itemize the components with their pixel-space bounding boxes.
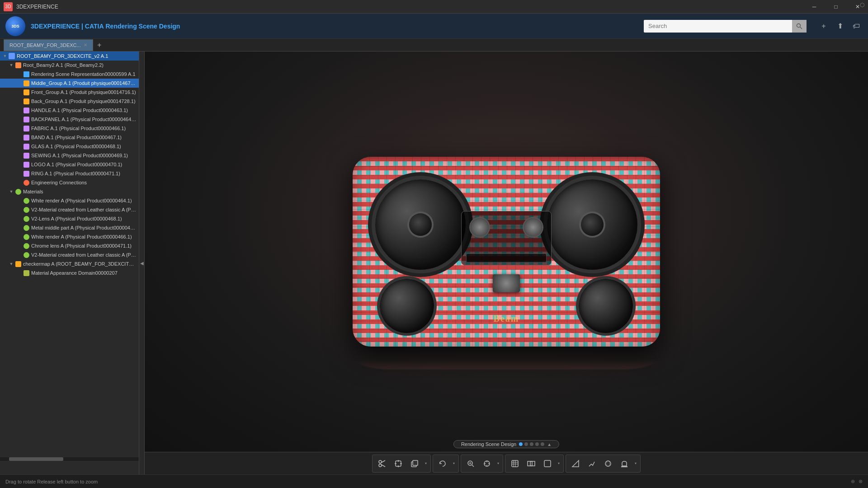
expander-icon[interactable] — [16, 234, 23, 240]
tree-item[interactable]: SEWING A.1 (Physical Product00000469.1) — [0, 151, 139, 160]
expander-icon[interactable] — [16, 71, 23, 77]
tab-expand-icon[interactable]: ⬡ — [860, 2, 864, 8]
tree-item[interactable]: RING A.1 (Physical Product00000471.1) — [0, 169, 139, 178]
rsd-dot-1[interactable] — [519, 442, 523, 446]
expander-icon[interactable] — [16, 206, 23, 213]
search-button[interactable] — [792, 20, 807, 33]
app-logo: 3DS — [5, 16, 25, 36]
rsd-chevron-icon[interactable]: ▲ — [547, 442, 552, 447]
tree-item[interactable]: ▼ Root_Beamy2 A.1 (Root_Beamy2.2) — [0, 61, 139, 70]
group1-arrow-icon[interactable]: ▾ — [423, 456, 429, 471]
rsd-dot-2[interactable] — [524, 442, 528, 446]
tree-item[interactable]: Back_Group A.1 (Produit physique00014728… — [0, 97, 139, 106]
tree-item[interactable]: V2-Material created from Leather classic… — [0, 250, 139, 259]
item-label: FABRIC A.1 (Physical Product00000466.1) — [31, 126, 126, 131]
expander-icon[interactable] — [16, 225, 23, 231]
expander-icon[interactable] — [16, 270, 23, 276]
expander-icon[interactable] — [16, 80, 23, 86]
add-icon[interactable]: + — [817, 20, 830, 33]
tree-item[interactable]: White render A (Physical Product00000466… — [0, 232, 139, 241]
tree-item[interactable]: White render A (Physical Product00000464… — [0, 196, 139, 205]
tree-checkermap[interactable]: ▼ checkermap A (ROOT_BEAMY_FOR_3DEXCITE_… — [0, 259, 139, 268]
root-item-label: ROOT_BEAMY_FOR_3DEXCITE_v2 A.1 — [17, 53, 108, 59]
tree-item[interactable]: BACKPANEL A.1 (Physical Product00000464.… — [0, 115, 139, 124]
tree-item[interactable]: LOGO A.1 (Physical Product00000470.1) — [0, 160, 139, 169]
undo-button[interactable] — [435, 456, 450, 471]
toolbar-group-view: ▾ — [461, 455, 503, 473]
rsd-dot-4[interactable] — [535, 442, 539, 446]
item-label: Metal middle part A (Physical Product000… — [31, 225, 137, 230]
expander-icon[interactable] — [16, 216, 23, 222]
measure-button[interactable] — [568, 456, 583, 471]
tree-item[interactable]: Front_Group A.1 (Produit physique0001471… — [0, 88, 139, 97]
tree-root-item[interactable]: ▼ ROOT_BEAMY_FOR_3DEXCITE_v2 A.1 — [0, 52, 139, 61]
tree-item[interactable]: Rendering Scene Representation00000599 A… — [0, 70, 139, 79]
tab-add-button[interactable]: + — [94, 40, 105, 51]
expander-icon[interactable] — [16, 243, 23, 249]
expander-icon[interactable]: ▼ — [8, 62, 14, 68]
expander-icon[interactable] — [16, 134, 23, 141]
scrollbar-thumb[interactable] — [9, 457, 63, 461]
tree-item[interactable]: V2-Material created from Leather classic… — [0, 205, 139, 214]
pan-tool-button[interactable] — [479, 456, 495, 471]
bookmark-icon[interactable]: 🏷 — [850, 20, 863, 33]
rsd-dot-5[interactable] — [541, 442, 544, 446]
expander-icon[interactable] — [16, 161, 23, 168]
tree-item[interactable]: Material Appearance Domain00000207 — [0, 268, 139, 277]
tree-item[interactable]: Metal middle part A (Physical Product000… — [0, 223, 139, 232]
expander-icon[interactable] — [16, 252, 23, 258]
svg-rect-27 — [528, 461, 532, 466]
minimize-button[interactable]: ─ — [804, 0, 825, 14]
move-tool-button[interactable] — [391, 456, 406, 471]
expander-icon[interactable] — [16, 179, 23, 186]
active-tab[interactable]: ROOT_BEAMY_FOR_3DEXC... ✕ — [4, 39, 93, 51]
render-button[interactable] — [507, 456, 523, 471]
sidebar-horizontal-scrollbar[interactable] — [0, 457, 139, 461]
expander-icon[interactable] — [16, 170, 23, 177]
expander-icon[interactable] — [16, 116, 23, 122]
3d-viewport[interactable]: Beam Rendering Scene Design ▲ — [145, 52, 868, 474]
maximize-button[interactable]: □ — [826, 0, 846, 14]
solid-button[interactable] — [540, 456, 555, 471]
tree-item[interactable]: GLAS A.1 (Physical Product00000468.1) — [0, 142, 139, 151]
expander-icon[interactable]: ▼ — [2, 53, 8, 59]
tree-item[interactable]: FABRIC A.1 (Physical Product00000466.1) — [0, 124, 139, 133]
tree-materials[interactable]: ▼ Materials — [0, 187, 139, 196]
scissors-tool-button[interactable] — [374, 456, 390, 471]
copy-tool-button[interactable] — [407, 456, 422, 471]
tree-item[interactable]: Chrome lens A (Physical Product00000471.… — [0, 241, 139, 250]
sidebar-collapse-handle[interactable]: ◀ — [139, 52, 145, 474]
tab-close-icon[interactable]: ✕ — [84, 42, 87, 47]
expander-icon[interactable]: ▼ — [8, 188, 14, 195]
toolbar-group-undo: ▾ — [433, 455, 459, 473]
expander-icon[interactable]: ▼ — [8, 261, 14, 267]
group4-arrow-icon[interactable]: ▾ — [556, 456, 561, 471]
group2-arrow-icon[interactable]: ▾ — [451, 456, 457, 471]
tree-item[interactable]: V2-Lens A (Physical Product00000468.1) — [0, 214, 139, 223]
zoom-tool-button[interactable] — [463, 456, 478, 471]
expander-icon[interactable] — [16, 89, 23, 95]
group3-arrow-icon[interactable]: ▾ — [495, 456, 501, 471]
close-button[interactable]: ✕ — [847, 0, 868, 14]
group5-arrow-icon[interactable]: ▾ — [633, 456, 638, 471]
svg-rect-29 — [544, 460, 551, 467]
tree-item[interactable]: BAND A.1 (Physical Product00000467.1) — [0, 133, 139, 142]
rsd-dot-3[interactable] — [530, 442, 533, 446]
expander-icon[interactable] — [16, 107, 23, 113]
svg-point-0 — [797, 23, 801, 27]
tree-item[interactable]: HANDLE A.1 (Physical Product00000463.1) — [0, 106, 139, 115]
expander-icon[interactable] — [16, 152, 23, 159]
sphere-button[interactable] — [600, 456, 616, 471]
expander-icon[interactable] — [16, 143, 23, 150]
tree-engineering-connections[interactable]: Engineering Connections — [0, 178, 139, 187]
stamp-button[interactable] — [617, 456, 632, 471]
wireframe-button[interactable] — [524, 456, 539, 471]
tree-item-selected[interactable]: Middle_Group A.1 (Produit physique000146… — [0, 79, 139, 88]
search-input[interactable] — [644, 20, 807, 33]
phys-icon — [23, 143, 30, 150]
sketch-button[interactable] — [584, 456, 599, 471]
share-icon[interactable]: ⬆ — [834, 20, 846, 33]
expander-icon[interactable] — [16, 125, 23, 131]
expander-icon[interactable] — [16, 98, 23, 104]
expander-icon[interactable] — [16, 197, 23, 204]
